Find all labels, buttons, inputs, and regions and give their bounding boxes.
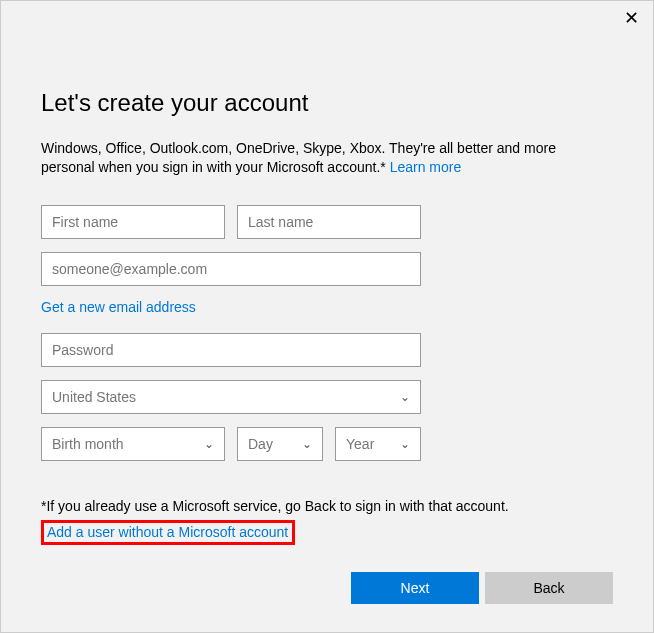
country-row: United States ⌄ [41, 380, 613, 414]
highlight-annotation: Add a user without a Microsoft account [41, 520, 295, 545]
email-row: someone@example.com [41, 252, 613, 286]
birthdate-row: Birth month ⌄ Day ⌄ Year ⌄ [41, 427, 613, 461]
email-placeholder: someone@example.com [52, 261, 207, 277]
birth-month-select[interactable]: Birth month ⌄ [41, 427, 225, 461]
birth-month-placeholder: Birth month [52, 436, 124, 452]
name-row: First name Last name [41, 205, 613, 239]
chevron-down-icon: ⌄ [302, 437, 312, 451]
password-input[interactable]: Password [41, 333, 421, 367]
chevron-down-icon: ⌄ [400, 437, 410, 451]
last-name-placeholder: Last name [248, 214, 313, 230]
get-new-email-link[interactable]: Get a new email address [41, 299, 613, 315]
birth-day-select[interactable]: Day ⌄ [237, 427, 323, 461]
birth-day-placeholder: Day [248, 436, 273, 452]
country-select[interactable]: United States ⌄ [41, 380, 421, 414]
first-name-placeholder: First name [52, 214, 118, 230]
birth-year-placeholder: Year [346, 436, 374, 452]
add-user-without-account-link[interactable]: Add a user without a Microsoft account [47, 524, 288, 540]
next-button[interactable]: Next [351, 572, 479, 604]
email-input[interactable]: someone@example.com [41, 252, 421, 286]
description-text: Windows, Office, Outlook.com, OneDrive, … [41, 140, 556, 175]
button-row: Next Back [351, 572, 613, 604]
description: Windows, Office, Outlook.com, OneDrive, … [41, 139, 601, 177]
chevron-down-icon: ⌄ [400, 390, 410, 404]
last-name-input[interactable]: Last name [237, 205, 421, 239]
close-icon[interactable]: ✕ [624, 9, 639, 27]
birth-year-select[interactable]: Year ⌄ [335, 427, 421, 461]
footnote-text: *If you already use a Microsoft service,… [41, 497, 613, 517]
chevron-down-icon: ⌄ [204, 437, 214, 451]
password-row: Password [41, 333, 613, 367]
learn-more-link[interactable]: Learn more [390, 159, 462, 175]
dialog-content: Let's create your account Windows, Offic… [1, 1, 653, 545]
country-value: United States [52, 389, 136, 405]
create-account-dialog: ✕ Let's create your account Windows, Off… [0, 0, 654, 633]
first-name-input[interactable]: First name [41, 205, 225, 239]
password-placeholder: Password [52, 342, 113, 358]
page-title: Let's create your account [41, 89, 613, 117]
back-button[interactable]: Back [485, 572, 613, 604]
